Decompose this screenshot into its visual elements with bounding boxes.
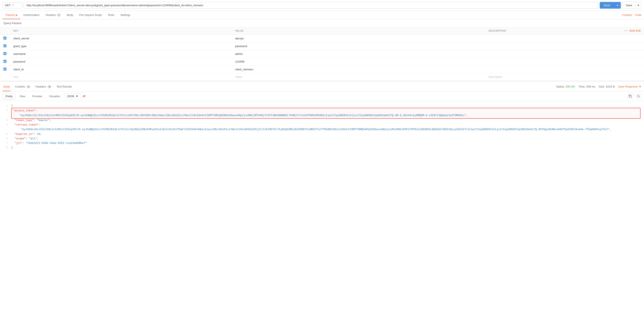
row-description bbox=[485, 35, 644, 42]
row-description bbox=[485, 58, 644, 66]
code-line-3: 3 "token_type": "bearer", bbox=[4, 118, 640, 123]
row-value: password bbox=[232, 42, 485, 50]
row-key: client_secret bbox=[10, 35, 232, 42]
code-line-2a: 2 "access_token": "eyJhbGciOiJIUzI1NiIsI… bbox=[4, 108, 640, 118]
save-button[interactable]: Save ▼ bbox=[622, 2, 642, 9]
copy-icon[interactable] bbox=[627, 93, 633, 99]
response-tabs: Body Cookies 1 Headers 8 Test Results St… bbox=[0, 82, 644, 91]
code-line-6: 6 "scope": "all", bbox=[4, 137, 640, 141]
row-value: abcxyz bbox=[232, 35, 485, 42]
tabs-right-actions: Cookies Code bbox=[622, 13, 642, 17]
tab-settings[interactable]: Settings bbox=[117, 11, 134, 19]
pretty-button[interactable]: Pretty bbox=[2, 93, 16, 99]
response-status-bar: Status: 200 OK Time: 209 ms Size: 1019 B… bbox=[556, 85, 642, 88]
response-tab-body[interactable]: Body bbox=[2, 84, 11, 90]
request-tabs: Params Authorization Headers7 Body Pre-r… bbox=[0, 11, 644, 19]
row-description bbox=[485, 50, 644, 58]
code-line-7: 7 "jti": "15eb3221-039e-45ae-8252-1ca24a… bbox=[4, 141, 640, 146]
time-label: Time: 209 ms bbox=[578, 85, 595, 88]
query-params-label: Query Params bbox=[0, 19, 644, 27]
code-link[interactable]: Code bbox=[635, 13, 642, 17]
row-checkbox[interactable] bbox=[4, 37, 6, 40]
row-description bbox=[485, 42, 644, 50]
row-checkbox[interactable] bbox=[4, 68, 6, 71]
row-key: username bbox=[10, 50, 232, 58]
method-label: GET bbox=[5, 4, 11, 7]
format-toolbar: Pretty Raw Preview Visualize JSON ▼ ⇌ bbox=[0, 91, 644, 101]
status-value: 200 OK bbox=[566, 85, 575, 88]
row-value: 123456 bbox=[232, 58, 485, 66]
search-icon[interactable] bbox=[636, 93, 642, 99]
bulk-edit-button[interactable]: Bulk Edit bbox=[630, 29, 640, 32]
save-response-button[interactable]: Save Response ▼ bbox=[618, 85, 642, 88]
params-table: KEY VALUE DESCRIPTION ⋯ Bulk Edit client… bbox=[0, 27, 644, 81]
code-line-8: 8 } bbox=[4, 146, 640, 150]
method-chevron-icon: ▼ bbox=[12, 4, 14, 7]
tab-prerequest[interactable]: Pre-request Script bbox=[76, 11, 105, 19]
svg-line-2 bbox=[639, 97, 640, 98]
row-key: client_id bbox=[10, 66, 232, 73]
more-options-icon[interactable]: ⋯ bbox=[624, 29, 628, 33]
format-chevron-icon: ▼ bbox=[76, 95, 78, 98]
code-line-5: 5 "expires_in": 19, bbox=[4, 132, 640, 137]
code-line-4: 4 "refresh_token": "eyJhbGciOiJIUzI1NiIs… bbox=[4, 123, 640, 132]
row-checkbox[interactable] bbox=[4, 52, 6, 55]
url-bar: GET ▼ Send ▼ Save ▼ bbox=[0, 0, 644, 11]
response-tab-test-results[interactable]: Test Results bbox=[56, 84, 73, 90]
placeholder-value[interactable]: Value bbox=[232, 73, 485, 81]
response-body: 1 { 2 "access_token": "eyJhbGciOiJIUzI1N… bbox=[0, 101, 644, 153]
table-row: grant_type password bbox=[0, 42, 644, 50]
format-right-actions bbox=[627, 93, 642, 99]
tab-params[interactable]: Params bbox=[2, 11, 20, 19]
placeholder-description[interactable]: Description bbox=[485, 73, 644, 81]
table-row: username admin bbox=[0, 50, 644, 58]
cookies-link[interactable]: Cookies bbox=[622, 13, 632, 17]
preview-button[interactable]: Preview bbox=[30, 94, 45, 99]
time-value: 209 ms bbox=[586, 85, 596, 88]
val-col-header: VALUE bbox=[232, 27, 485, 35]
format-value: JSON bbox=[67, 95, 74, 98]
response-tab-headers[interactable]: Headers 8 bbox=[34, 84, 52, 90]
table-row-placeholder: Key Value Description bbox=[0, 73, 644, 81]
code-line-1: 1 { bbox=[4, 104, 640, 108]
tab-headers[interactable]: Headers7 bbox=[42, 11, 64, 19]
url-input[interactable] bbox=[24, 2, 598, 9]
wrap-icon[interactable]: ⇌ bbox=[82, 94, 86, 99]
row-value: client_riemann bbox=[232, 66, 485, 73]
table-row: client_id client_riemann bbox=[0, 66, 644, 73]
format-select[interactable]: JSON ▼ bbox=[64, 93, 81, 99]
visualize-button[interactable]: Visualize bbox=[46, 94, 63, 99]
svg-rect-0 bbox=[630, 96, 632, 97]
raw-button[interactable]: Raw bbox=[17, 94, 28, 99]
send-dropdown-icon[interactable]: ▼ bbox=[614, 2, 621, 9]
row-key: password bbox=[10, 58, 232, 66]
size-value: 1019 B bbox=[606, 85, 614, 88]
tab-authorization[interactable]: Authorization bbox=[20, 11, 42, 19]
save-response-dropdown-icon: ▼ bbox=[639, 85, 642, 88]
table-row: client_secret abcxyz bbox=[0, 35, 644, 42]
row-checkbox[interactable] bbox=[4, 44, 6, 47]
placeholder-key[interactable]: Key bbox=[10, 73, 232, 81]
method-select[interactable]: GET ▼ bbox=[2, 2, 22, 9]
table-row: password 123456 bbox=[0, 58, 644, 66]
save-dropdown-icon[interactable]: ▼ bbox=[635, 2, 641, 9]
key-col-header: KEY bbox=[10, 27, 232, 35]
row-checkbox[interactable] bbox=[4, 60, 6, 63]
response-tab-cookies[interactable]: Cookies 1 bbox=[14, 84, 32, 90]
params-dot bbox=[16, 15, 17, 16]
tab-body[interactable]: Body bbox=[64, 11, 76, 19]
status-label: Status: 200 OK bbox=[556, 85, 575, 88]
row-description bbox=[485, 66, 644, 73]
tab-tests[interactable]: Tests bbox=[105, 11, 117, 19]
row-value: admin bbox=[232, 50, 485, 58]
size-label: Size: 1019 B bbox=[599, 85, 615, 88]
send-button[interactable]: Send ▼ bbox=[600, 2, 621, 9]
row-key: grant_type bbox=[10, 42, 232, 50]
desc-col-header: DESCRIPTION ⋯ Bulk Edit bbox=[485, 27, 644, 35]
